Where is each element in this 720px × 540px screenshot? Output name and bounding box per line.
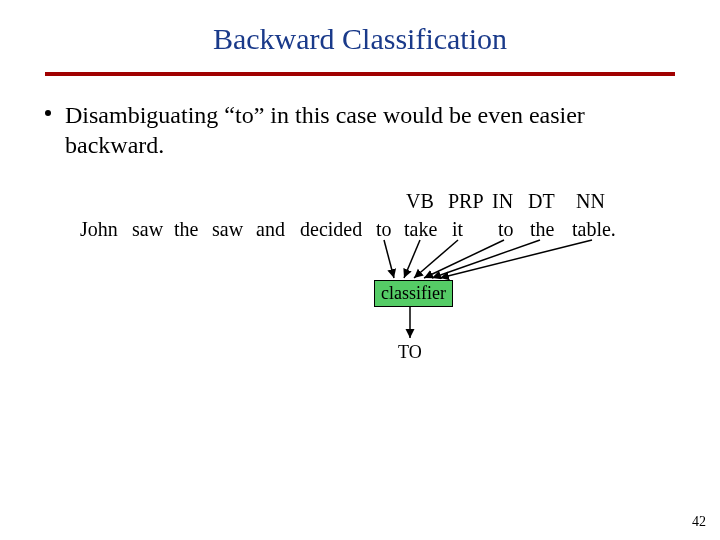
svg-line-0 xyxy=(384,240,394,278)
classifier-box: classifier xyxy=(374,280,453,307)
output-tag: TO xyxy=(398,342,422,363)
bullet-icon xyxy=(45,110,51,116)
svg-line-4 xyxy=(432,240,540,278)
bullet-item: Disambiguating “to” in this case would b… xyxy=(65,100,665,160)
svg-line-1 xyxy=(404,240,420,278)
slide-title: Backward Classification xyxy=(0,22,720,56)
slide: Backward Classification Disambiguating “… xyxy=(0,0,720,540)
bullet-text: Disambiguating “to” in this case would b… xyxy=(65,102,585,158)
divider xyxy=(45,72,675,76)
arrows xyxy=(0,190,720,410)
page-number: 42 xyxy=(692,514,706,530)
